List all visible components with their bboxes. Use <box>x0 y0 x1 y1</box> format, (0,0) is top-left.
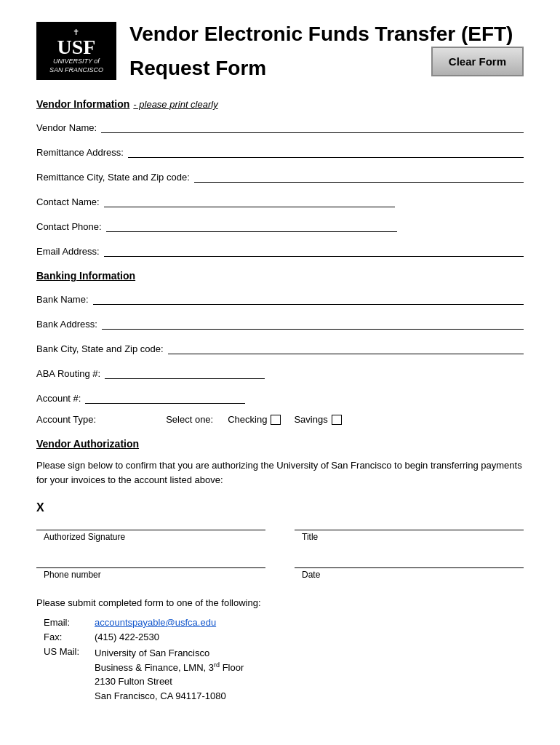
checking-checkbox-item: Checking <box>228 414 281 425</box>
savings-label: Savings <box>294 414 327 425</box>
email-address-input[interactable] <box>104 242 524 257</box>
email-row: Email: accountspayable@usfca.edu <box>44 617 524 628</box>
contact-phone-input[interactable] <box>106 218 397 232</box>
contact-name-input[interactable] <box>104 193 395 207</box>
page-header: ✝ USF UNIVERSITY of SAN FRANCISCO Vendor… <box>36 22 524 80</box>
remittance-city-row: Remittance City, State and Zip code: <box>36 168 524 183</box>
account-type-label: Account Type: <box>36 414 96 425</box>
sig-block-title: Title <box>295 500 524 542</box>
mail-value: University of San Francisco Business & F… <box>95 646 244 703</box>
bank-address-input[interactable] <box>102 315 524 330</box>
sig-block-phone: Phone number <box>36 554 265 580</box>
vendor-info-heading: Vendor Information- please print clearly <box>36 98 524 110</box>
fax-value: (415) 422-2530 <box>95 632 159 642</box>
sig-block-authorized: X Authorized Signature <box>36 501 265 542</box>
logo-university-text: UNIVERSITY of SAN FRANCISCO <box>49 57 103 74</box>
clear-btn-area: Clear Form <box>431 47 524 80</box>
email-key: Email: <box>44 617 95 628</box>
vendor-name-input[interactable] <box>101 119 524 133</box>
mail-row: US Mail: University of San Francisco Bus… <box>44 646 524 703</box>
remittance-address-label: Remittance Address: <box>36 147 124 158</box>
title-sig-line <box>295 516 524 530</box>
page-title-line1: Vendor Electronic Funds Transfer (EFT) <box>129 22 524 47</box>
remittance-city-label: Remittance City, State and Zip code: <box>36 172 190 183</box>
mail-line1: University of San Francisco <box>95 646 244 661</box>
remittance-address-input[interactable] <box>128 143 524 158</box>
page-title-line2: Request Form <box>129 57 266 80</box>
logo-usf-text: USF <box>57 37 96 57</box>
phone-sig-line <box>36 554 265 568</box>
bank-name-label: Bank Name: <box>36 294 89 305</box>
bank-name-row: Bank Name: <box>36 290 524 305</box>
fax-key: Fax: <box>44 632 95 642</box>
date-sig-label: Date <box>295 570 320 580</box>
checking-checkbox[interactable] <box>271 415 281 425</box>
bank-city-label: Bank City, State and Zip code: <box>36 343 164 354</box>
email-link[interactable]: accountspayable@usfca.edu <box>95 617 216 628</box>
bank-city-row: Bank City, State and Zip code: <box>36 340 524 354</box>
fax-row: Fax: (415) 422-2530 <box>44 632 524 642</box>
contact-table: Email: accountspayable@usfca.edu Fax: (4… <box>44 617 524 703</box>
mail-line3: 2130 Fulton Street <box>95 674 244 689</box>
vendor-information-section: Vendor Information- please print clearly… <box>36 98 524 257</box>
account-number-input[interactable] <box>85 389 245 404</box>
sig-row-2: Phone number Date <box>36 554 524 580</box>
email-address-row: Email Address: <box>36 242 524 257</box>
email-address-label: Email Address: <box>36 246 100 257</box>
clear-form-button[interactable]: Clear Form <box>431 47 524 76</box>
checking-label: Checking <box>228 414 267 425</box>
contact-name-label: Contact Name: <box>36 196 100 207</box>
bank-name-input[interactable] <box>93 290 524 305</box>
bank-address-row: Bank Address: <box>36 315 524 330</box>
savings-checkbox-item: Savings <box>294 414 341 425</box>
select-one-label: Select one: <box>166 414 213 425</box>
phone-sig-label: Phone number <box>36 570 101 580</box>
email-value: accountspayable@usfca.edu <box>95 617 216 628</box>
mail-line4: San Francisco, CA 94117-1080 <box>95 689 244 704</box>
date-sig-line <box>295 554 524 568</box>
savings-checkbox[interactable] <box>332 415 342 425</box>
bank-address-label: Bank Address: <box>36 319 97 330</box>
vendor-authorization-section: Vendor Authorization Please sign below t… <box>36 438 524 580</box>
authorized-sig-line <box>36 516 265 530</box>
aba-routing-input[interactable] <box>105 364 265 379</box>
title-area: Vendor Electronic Funds Transfer (EFT) R… <box>129 22 524 80</box>
account-type-row: Account Type: Select one: Checking Savin… <box>36 414 524 425</box>
aba-routing-label: ABA Routing #: <box>36 368 100 379</box>
vendor-auth-heading: Vendor Authorization <box>36 438 524 450</box>
sig-x-mark: X <box>36 501 44 514</box>
authorized-sig-label: Authorized Signature <box>36 532 125 542</box>
vendor-auth-paragraph: Please sign below to confirm that you ar… <box>36 458 524 487</box>
account-type-checkboxes: Checking Savings <box>228 414 341 425</box>
banking-information-section: Banking Information Bank Name: Bank Addr… <box>36 270 524 425</box>
contact-name-row: Contact Name: <box>36 193 524 207</box>
vendor-name-row: Vendor Name: <box>36 119 524 133</box>
sig-block-date: Date <box>295 554 524 580</box>
account-number-label: Account #: <box>36 393 81 404</box>
bank-city-input[interactable] <box>168 340 524 354</box>
contact-phone-row: Contact Phone: <box>36 218 524 232</box>
remittance-city-input[interactable] <box>194 168 524 183</box>
aba-routing-row: ABA Routing #: <box>36 364 524 379</box>
account-number-row: Account #: <box>36 389 524 404</box>
remittance-address-row: Remittance Address: <box>36 143 524 158</box>
signature-section: X Authorized Signature Title Phone numbe… <box>36 500 524 580</box>
vendor-name-label: Vendor Name: <box>36 122 97 133</box>
mail-key: US Mail: <box>44 646 95 657</box>
submit-intro: Please submit completed form to one of t… <box>36 597 524 608</box>
title-sig-label: Title <box>295 532 318 542</box>
submit-section: Please submit completed form to one of t… <box>36 597 524 703</box>
mail-line2: Business & Finance, LMN, 3rd Floor <box>95 661 244 675</box>
banking-info-heading: Banking Information <box>36 270 524 282</box>
usf-logo: ✝ USF UNIVERSITY of SAN FRANCISCO <box>36 22 116 80</box>
sig-row-1: X Authorized Signature Title <box>36 500 524 542</box>
contact-phone-label: Contact Phone: <box>36 221 102 232</box>
